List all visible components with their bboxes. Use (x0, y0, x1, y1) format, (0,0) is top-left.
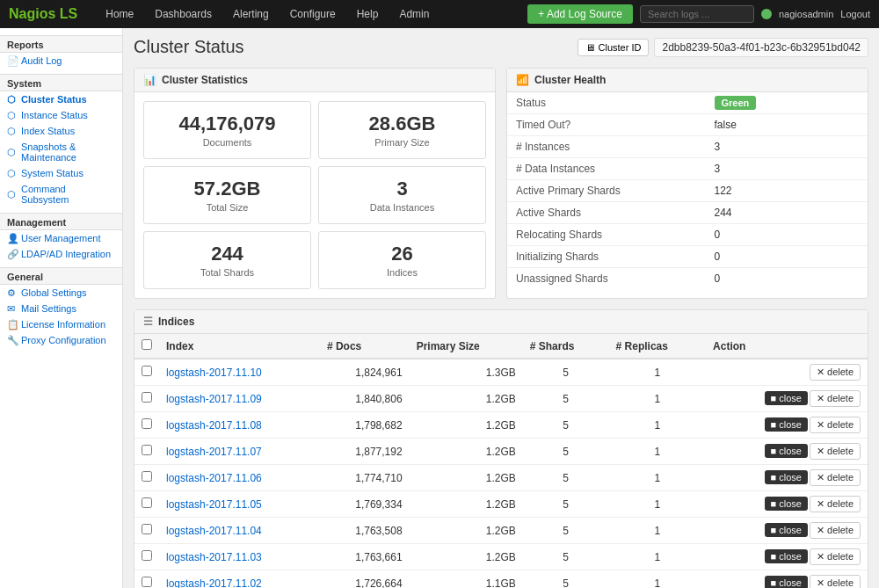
add-log-button[interactable]: + Add Log Source (527, 4, 633, 24)
row-shards: 5 (523, 386, 609, 412)
table-row: logstash-2017.11.10 1,824,961 1.3GB 5 1 … (134, 359, 868, 386)
close-button[interactable]: ■ close (765, 444, 808, 458)
delete-button[interactable]: ✕ delete (810, 522, 861, 539)
delete-button[interactable]: ✕ delete (810, 390, 861, 407)
nav-dashboards[interactable]: Dashboards (144, 0, 222, 28)
sidebar-item-global-settings[interactable]: ⚙ Global Settings (0, 285, 122, 301)
cluster-stats-panel: 📊 Cluster Statistics 44,176,079 Document… (134, 68, 496, 299)
delete-button[interactable]: ✕ delete (810, 417, 861, 433)
row-actions: ■ close✕ delete (706, 465, 868, 491)
sidebar-item-instance-status[interactable]: ⬡ Instance Status (0, 107, 122, 123)
index-link[interactable]: logstash-2017.11.07 (166, 446, 262, 458)
index-link[interactable]: logstash-2017.11.06 (166, 472, 262, 484)
delete-button[interactable]: ✕ delete (810, 364, 861, 381)
table-row: logstash-2017.11.07 1,877,192 1.2GB 5 1 … (134, 439, 868, 465)
row-checkbox[interactable] (142, 550, 152, 561)
proxy-icon: 🔧 (7, 335, 18, 345)
nav-help[interactable]: Help (346, 0, 389, 28)
index-link[interactable]: logstash-2017.11.04 (166, 525, 262, 537)
table-row: logstash-2017.11.09 1,840,806 1.2GB 5 1 … (134, 386, 868, 412)
nav-home[interactable]: Home (95, 0, 144, 28)
index-link[interactable]: logstash-2017.11.02 (166, 577, 262, 589)
cluster-id-button[interactable]: 🖥 Cluster ID (578, 39, 650, 56)
row-checkbox[interactable] (142, 445, 152, 455)
row-primary-size: 1.2GB (410, 386, 523, 412)
index-link[interactable]: logstash-2017.11.05 (166, 498, 262, 511)
row-primary-size: 1.3GB (410, 359, 523, 386)
index-link[interactable]: logstash-2017.11.03 (166, 551, 262, 563)
row-checkbox[interactable] (142, 497, 152, 508)
ldap-icon: 🔗 (7, 249, 18, 259)
sidebar-item-command-subsystem[interactable]: ⬡ Command Subsystem (0, 181, 122, 207)
stat-indices-value: 26 (328, 243, 476, 265)
stat-data-instances-value: 3 (328, 178, 476, 200)
delete-button[interactable]: ✕ delete (810, 496, 861, 512)
health-row-data-instances: # Data Instances 3 (507, 158, 868, 180)
row-docs: 1,763,661 (320, 544, 410, 570)
nav-right: + Add Log Source nagiosadmin Logout (527, 4, 870, 24)
sidebar-item-mail-settings[interactable]: ✉ Mail Settings (0, 301, 122, 316)
index-link[interactable]: logstash-2017.11.09 (166, 393, 262, 405)
health-row-initializing-shards: Initializing Shards 0 (507, 246, 868, 268)
nav-alerting[interactable]: Alerting (222, 0, 280, 28)
col-replicas: # Replicas (609, 334, 707, 359)
row-docs: 1,726,664 (320, 570, 410, 589)
close-button[interactable]: ■ close (765, 576, 808, 588)
status-badge: Green (715, 96, 757, 110)
delete-button[interactable]: ✕ delete (810, 575, 861, 588)
row-index-name: logstash-2017.11.06 (159, 465, 320, 491)
close-button[interactable]: ■ close (765, 417, 808, 432)
stats-health-row: 📊 Cluster Statistics 44,176,079 Document… (134, 68, 868, 299)
cluster-icon: ⬡ (7, 94, 18, 105)
close-button[interactable]: ■ close (765, 523, 808, 537)
cluster-id-value: 2dbb8239-50a3-4f01-b23c-6b32951bd042 (654, 38, 868, 57)
sidebar-item-proxy[interactable]: 🔧 Proxy Configuration (0, 332, 122, 348)
sidebar-item-user-management[interactable]: 👤 User Management (0, 230, 122, 246)
row-checkbox[interactable] (142, 366, 152, 376)
close-button[interactable]: ■ close (765, 470, 808, 484)
sidebar-item-index-status[interactable]: ⬡ Index Status (0, 123, 122, 139)
row-index-name: logstash-2017.11.09 (159, 386, 320, 412)
nav-configure[interactable]: Configure (280, 0, 346, 28)
row-checkbox-cell (134, 359, 159, 386)
sidebar-item-snapshots[interactable]: ⬡ Snapshots & Maintenance (0, 139, 122, 165)
close-button[interactable]: ■ close (765, 391, 808, 405)
stat-documents-value: 44,176,079 (153, 113, 301, 135)
select-all-checkbox[interactable] (142, 339, 152, 350)
health-key-instances: # Instances (507, 136, 706, 158)
close-button[interactable]: ■ close (765, 497, 808, 511)
row-checkbox[interactable] (142, 418, 152, 429)
row-checkbox-cell (134, 439, 159, 465)
sidebar-reports-title: Reports (0, 35, 122, 53)
index-link[interactable]: logstash-2017.11.08 (166, 419, 262, 432)
health-key-active-primary-shards: Active Primary Shards (507, 180, 706, 202)
row-docs: 1,877,192 (320, 439, 410, 465)
delete-button[interactable]: ✕ delete (810, 469, 861, 486)
delete-button[interactable]: ✕ delete (810, 443, 861, 460)
sidebar-item-cluster-status[interactable]: ⬡ Cluster Status (0, 91, 122, 107)
health-key-data-instances: # Data Instances (507, 158, 706, 180)
health-value-data-instances: 3 (706, 158, 868, 180)
sidebar-item-system-status[interactable]: ⬡ System Status (0, 165, 122, 181)
search-input[interactable] (640, 5, 754, 23)
sidebar: Reports 📄 Audit Log System ⬡ Cluster Sta… (0, 28, 123, 588)
delete-button[interactable]: ✕ delete (810, 548, 861, 565)
row-replicas: 1 (609, 412, 707, 439)
index-link[interactable]: logstash-2017.11.10 (166, 367, 262, 379)
sidebar-item-license[interactable]: 📋 License Information (0, 316, 122, 332)
row-checkbox-cell (134, 465, 159, 491)
row-index-name: logstash-2017.11.07 (159, 439, 320, 465)
row-checkbox[interactable] (142, 471, 152, 482)
row-checkbox[interactable] (142, 392, 152, 403)
close-button[interactable]: ■ close (765, 549, 808, 563)
row-replicas: 1 (609, 544, 707, 570)
sidebar-item-audit-log[interactable]: 📄 Audit Log (0, 53, 122, 69)
logout-button[interactable]: Logout (840, 9, 870, 19)
sidebar-item-ldap[interactable]: 🔗 LDAP/AD Integration (0, 246, 122, 262)
table-row: logstash-2017.11.04 1,763,508 1.2GB 5 1 … (134, 518, 868, 544)
row-checkbox[interactable] (142, 577, 152, 587)
mail-icon: ✉ (7, 303, 18, 314)
indices-table: Index # Docs Primary Size # Shards # Rep… (134, 334, 868, 588)
row-checkbox[interactable] (142, 524, 152, 534)
nav-admin[interactable]: Admin (389, 0, 440, 28)
